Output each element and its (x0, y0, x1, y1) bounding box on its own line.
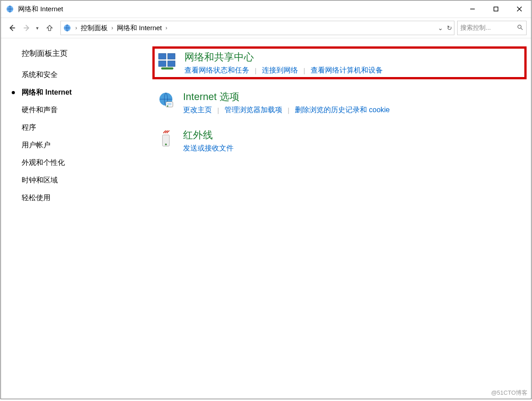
breadcrumb-sep: › (111, 25, 113, 31)
breadcrumb-sep: › (165, 25, 167, 31)
category-link[interactable]: 连接到网络 (262, 66, 298, 75)
close-button[interactable] (508, 0, 531, 18)
category-icon (155, 128, 177, 150)
history-dropdown[interactable]: ▾ (36, 25, 39, 31)
category-links: 更改主页|管理浏览器加载项|删除浏览的历史记录和 cookie (183, 105, 390, 115)
svg-rect-11 (168, 54, 175, 59)
category-link[interactable]: 更改主页 (183, 105, 212, 115)
svg-point-19 (167, 105, 168, 107)
sidebar-item[interactable]: 网络和 Internet (22, 88, 143, 97)
category-icon (155, 90, 177, 112)
svg-rect-14 (161, 67, 174, 69)
svg-line-9 (521, 28, 523, 30)
breadcrumb-sep: › (75, 25, 77, 31)
refresh-icon[interactable]: ↻ (447, 24, 452, 32)
category-link[interactable]: 管理浏览器加载项 (225, 105, 282, 115)
svg-rect-16 (166, 102, 173, 107)
window-controls (461, 0, 531, 18)
body: 控制面板主页 系统和安全网络和 Internet硬件和声音程序用户帐户外观和个性… (1, 38, 531, 399)
sidebar-item[interactable]: 系统和安全 (22, 70, 143, 80)
category-link[interactable]: 查看网络状态和任务 (184, 66, 249, 75)
sidebar: 控制面板主页 系统和安全网络和 Internet硬件和声音程序用户帐户外观和个性… (1, 38, 143, 399)
category-icon (156, 50, 178, 72)
category-links: 查看网络状态和任务|连接到网络|查看网络计算机和设备 (184, 66, 383, 75)
titlebar: 网络和 Internet (1, 0, 531, 18)
sidebar-item[interactable]: 轻松使用 (22, 193, 143, 203)
control-panel-window: 网络和 Internet ▾ › 控制面板 › (0, 0, 532, 399)
category-title[interactable]: 红外线 (183, 128, 234, 142)
sidebar-item[interactable]: 外观和个性化 (22, 158, 143, 168)
category-section: 红外线发送或接收文件 (152, 126, 527, 156)
svg-rect-13 (168, 61, 175, 66)
minimize-button[interactable] (461, 0, 484, 18)
network-icon (5, 5, 14, 14)
sidebar-item[interactable]: 程序 (22, 123, 143, 132)
network-icon (63, 23, 72, 32)
category-title[interactable]: Internet 选项 (183, 90, 390, 104)
link-divider: | (288, 106, 289, 114)
watermark: @51CTO博客 (491, 389, 527, 397)
link-divider: | (217, 106, 219, 114)
nav-arrows: ▾ (5, 22, 58, 34)
link-divider: | (303, 67, 305, 74)
svg-point-21 (165, 144, 167, 146)
maximize-button[interactable] (484, 0, 508, 18)
main-panel: 网络和共享中心查看网络状态和任务|连接到网络|查看网络计算机和设备Interne… (143, 38, 531, 399)
category-section: Internet 选项更改主页|管理浏览器加载项|删除浏览的历史记录和 cook… (152, 87, 527, 118)
address-bar[interactable]: › 控制面板 › 网络和 Internet › ⌄ ↻ (60, 21, 454, 35)
svg-rect-10 (159, 54, 166, 59)
search-box[interactable]: 搜索控制... (457, 21, 527, 35)
category-links: 发送或接收文件 (183, 144, 234, 153)
breadcrumb-root[interactable]: 控制面板 (81, 24, 108, 32)
navigation-bar: ▾ › 控制面板 › 网络和 Internet › ⌄ ↻ 搜索控制... (1, 18, 531, 38)
search-icon[interactable] (517, 24, 523, 32)
link-divider: | (255, 67, 257, 74)
forward-button[interactable] (21, 22, 33, 34)
breadcrumb-current[interactable]: 网络和 Internet (117, 24, 162, 32)
category-link[interactable]: 查看网络计算机和设备 (311, 66, 383, 75)
window-title: 网络和 Internet (18, 5, 461, 14)
chevron-down-icon[interactable]: ⌄ (438, 24, 443, 32)
search-placeholder: 搜索控制... (460, 24, 491, 32)
category-title[interactable]: 网络和共享中心 (184, 50, 383, 64)
address-right-controls: ⌄ ↻ (438, 24, 452, 32)
back-button[interactable] (5, 22, 18, 34)
sidebar-item[interactable]: 用户帐户 (22, 141, 143, 150)
sidebar-item[interactable]: 时钟和区域 (22, 176, 143, 185)
svg-point-8 (518, 25, 522, 28)
svg-rect-12 (159, 61, 166, 66)
svg-rect-2 (494, 7, 498, 11)
category-link[interactable]: 删除浏览的历史记录和 cookie (295, 105, 390, 115)
control-panel-home-link[interactable]: 控制面板主页 (22, 48, 143, 59)
up-button[interactable] (43, 22, 56, 34)
category-section: 网络和共享中心查看网络状态和任务|连接到网络|查看网络计算机和设备 (152, 46, 527, 79)
sidebar-item[interactable]: 硬件和声音 (22, 105, 143, 115)
category-link[interactable]: 发送或接收文件 (183, 144, 234, 153)
